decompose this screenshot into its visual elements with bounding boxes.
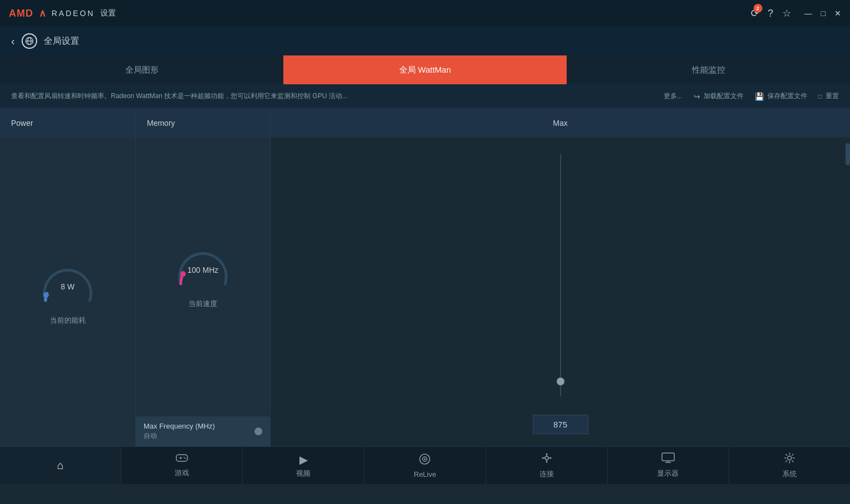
globe-icon bbox=[22, 33, 37, 49]
freq-label: Max Frequency (MHz) bbox=[144, 422, 215, 430]
infobar-description: 查看和配置风扇转速和时钟频率。Radeon WattMan 技术是一种超频功能，… bbox=[11, 91, 650, 101]
connect-icon bbox=[541, 452, 553, 467]
page-title: 全局设置 bbox=[44, 35, 79, 47]
titlebar: AMD ∧ RADEON 设置 ⟳ 2 ? ☆ — □ ✕ bbox=[0, 0, 850, 27]
svg-point-15 bbox=[546, 461, 547, 463]
svg-point-8 bbox=[184, 457, 185, 458]
svg-rect-18 bbox=[662, 453, 674, 461]
home-icon: ⌂ bbox=[57, 459, 64, 472]
slider-handle[interactable] bbox=[557, 378, 564, 385]
display-icon bbox=[661, 452, 675, 466]
load-profile-icon: ↪ bbox=[694, 92, 700, 101]
infobar: 查看和配置风扇转速和时钟频率。Radeon WattMan 技术是一种超频功能，… bbox=[0, 84, 850, 109]
power-column: 8 W 当前的能耗 bbox=[0, 138, 135, 446]
max-column: 875 bbox=[270, 138, 850, 446]
nav-item-home[interactable]: ⌂ bbox=[0, 447, 121, 484]
svg-point-12 bbox=[424, 458, 426, 460]
titlebar-left: AMD ∧ RADEON 设置 bbox=[9, 7, 116, 19]
max-column-header: Max bbox=[270, 109, 850, 138]
reset-icon: □ bbox=[818, 93, 822, 100]
max-freq-value-box[interactable]: 875 bbox=[533, 415, 588, 434]
power-gauge-container: 8 W 当前的能耗 bbox=[37, 259, 98, 325]
titlebar-right: ⟳ 2 ? ☆ — □ ✕ bbox=[751, 7, 841, 19]
power-gauge-value: 8 W bbox=[61, 282, 75, 291]
memory-gauge-container: 100 MHz 当前速度 bbox=[172, 242, 233, 309]
display-label: 显示器 bbox=[657, 469, 679, 478]
memory-gauge-value: 100 MHz bbox=[187, 266, 218, 274]
power-gauge-label: 当前的能耗 bbox=[50, 315, 86, 325]
save-profile-button[interactable]: 💾 保存配置文件 bbox=[755, 91, 807, 101]
video-icon: ▶ bbox=[299, 453, 308, 466]
svg-point-9 bbox=[185, 458, 186, 459]
infobar-actions: 更多... ↪ 加载配置文件 💾 保存配置文件 □ 重置 bbox=[664, 91, 839, 101]
tab-performance-monitor[interactable]: 性能监控 bbox=[567, 55, 850, 84]
amd-logo-a: ∧ bbox=[39, 7, 46, 19]
video-label: 视频 bbox=[296, 469, 311, 478]
tab-global-wattman[interactable]: 全局 WattMan bbox=[283, 55, 567, 84]
bottom-nav: ⌂ 游戏 ▶ 视频 ReLive bbox=[0, 446, 850, 484]
help-icon[interactable]: ? bbox=[768, 8, 773, 19]
memory-gauge: 100 MHz bbox=[172, 242, 233, 292]
memory-column: 100 MHz 当前速度 Max Frequency (MHz) 自动 bbox=[135, 138, 270, 446]
freq-row-inner: Max Frequency (MHz) 自动 bbox=[144, 422, 262, 441]
main-content: 8 W 当前的能耗 100 MHz 当前速度 bbox=[0, 138, 850, 446]
memory-gauge-label: 当前速度 bbox=[189, 299, 217, 309]
games-icon bbox=[176, 453, 188, 466]
svg-point-17 bbox=[549, 457, 551, 459]
power-gauge: 8 W bbox=[37, 259, 98, 309]
tab-global-graphics[interactable]: 全局图形 bbox=[0, 55, 283, 84]
nav-item-connect[interactable]: 连接 bbox=[486, 447, 608, 484]
nav-item-system[interactable]: 系统 bbox=[729, 447, 850, 484]
max-value-area: 875 bbox=[271, 402, 850, 446]
system-label: 系统 bbox=[782, 469, 797, 479]
scrollbar[interactable] bbox=[846, 138, 850, 446]
maximize-button[interactable]: □ bbox=[821, 9, 826, 18]
freq-labels: Max Frequency (MHz) 自动 bbox=[144, 422, 215, 441]
update-icon[interactable]: ⟳ 2 bbox=[751, 7, 759, 19]
nav-item-games[interactable]: 游戏 bbox=[121, 447, 243, 484]
svg-point-16 bbox=[542, 457, 543, 459]
tabs-bar: 全局图形 全局 WattMan 性能监控 bbox=[0, 55, 850, 84]
nav-item-display[interactable]: 显示器 bbox=[608, 447, 729, 484]
freq-sub-label: 自动 bbox=[144, 431, 215, 441]
navbar: ‹ 全局设置 bbox=[0, 27, 850, 55]
close-button[interactable]: ✕ bbox=[834, 9, 841, 18]
games-label: 游戏 bbox=[175, 468, 189, 478]
freq-toggle[interactable] bbox=[255, 427, 262, 435]
radeon-text: RADEON bbox=[52, 9, 95, 18]
notif-badge: 2 bbox=[754, 4, 762, 13]
svg-point-13 bbox=[545, 456, 548, 460]
window-controls: — □ ✕ bbox=[805, 9, 841, 18]
column-headers: Power Memory Max bbox=[0, 109, 850, 138]
amd-logo: AMD bbox=[9, 8, 33, 19]
back-button[interactable]: ‹ bbox=[11, 35, 15, 48]
nav-item-video[interactable]: ▶ 视频 bbox=[243, 447, 364, 484]
system-icon bbox=[783, 452, 796, 467]
svg-point-14 bbox=[546, 454, 547, 455]
relive-label: ReLive bbox=[414, 470, 436, 478]
freq-row: Max Frequency (MHz) 自动 bbox=[136, 416, 270, 446]
star-icon[interactable]: ☆ bbox=[782, 7, 791, 19]
load-profile-button[interactable]: ↪ 加载配置文件 bbox=[694, 91, 744, 101]
svg-point-21 bbox=[787, 456, 791, 460]
nav-item-relive[interactable]: ReLive bbox=[364, 447, 486, 484]
settings-text: 设置 bbox=[100, 8, 116, 18]
reset-button[interactable]: □ 重置 bbox=[818, 91, 839, 101]
more-link[interactable]: 更多... bbox=[664, 91, 683, 101]
svg-point-3 bbox=[43, 292, 49, 298]
scrollbar-thumb[interactable] bbox=[846, 143, 850, 165]
connect-label: 连接 bbox=[539, 469, 554, 479]
relive-icon bbox=[419, 453, 431, 468]
memory-column-header: Memory bbox=[135, 109, 270, 138]
minimize-button[interactable]: — bbox=[805, 9, 812, 18]
svg-point-4 bbox=[180, 271, 186, 277]
slider-track bbox=[560, 154, 561, 396]
save-icon: 💾 bbox=[755, 92, 764, 101]
power-column-header: Power bbox=[0, 109, 135, 138]
